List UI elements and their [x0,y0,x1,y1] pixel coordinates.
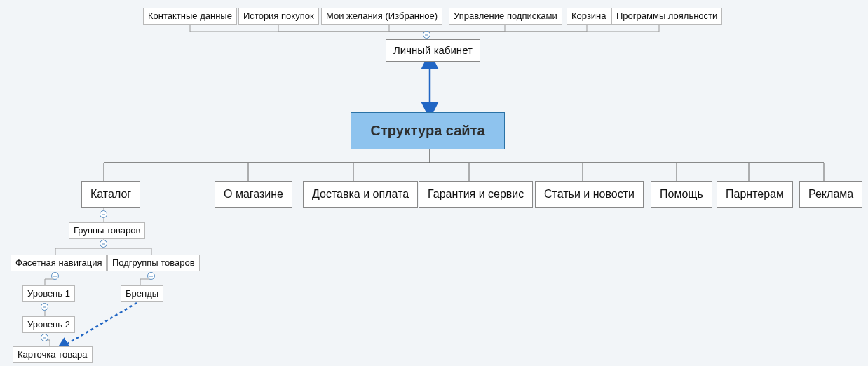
diagram-canvas: Контактные данные История покупок Мои же… [0,0,868,366]
node-purchase-history: История покупок [238,8,319,25]
collapse-toggle-icon[interactable] [100,240,107,248]
node-product-groups: Группы товаров [69,222,145,239]
collapse-toggle-icon[interactable] [41,303,48,311]
collapse-toggle-icon[interactable] [41,334,48,341]
node-level1: Уровень 1 [22,285,75,302]
node-facet-nav: Фасетная навигация [11,255,107,271]
node-contact-data: Контактные данные [143,8,237,25]
node-section-partners: Парнтерам [717,181,793,208]
node-subscriptions: Управление подписками [449,8,562,25]
node-central: Структура сайта [351,112,505,149]
node-section-catalog: Каталог [81,181,140,208]
node-level2: Уровень 2 [22,316,75,333]
node-subgroups: Подгруппы товаров [107,255,200,271]
node-section-news: Статьи и новости [535,181,644,208]
collapse-toggle-icon[interactable] [147,272,155,280]
collapse-toggle-icon[interactable] [100,210,107,218]
node-loyalty: Программы лояльности [611,8,722,25]
node-account: Личный кабинет [386,39,480,62]
collapse-toggle-icon[interactable] [51,272,59,280]
collapse-toggle-icon[interactable] [423,31,430,39]
node-section-warranty: Гарантия и сервис [419,181,533,208]
node-section-help: Помощь [651,181,712,208]
node-product-card: Карточка товара [13,346,93,363]
node-cart: Корзина [567,8,611,25]
node-section-about: О магазине [215,181,292,208]
node-section-ads: Реклама [799,181,862,208]
node-section-delivery: Доставка и оплата [303,181,418,208]
node-brands: Бренды [121,285,163,302]
node-wishlist: Мои желания (Избранное) [321,8,442,25]
